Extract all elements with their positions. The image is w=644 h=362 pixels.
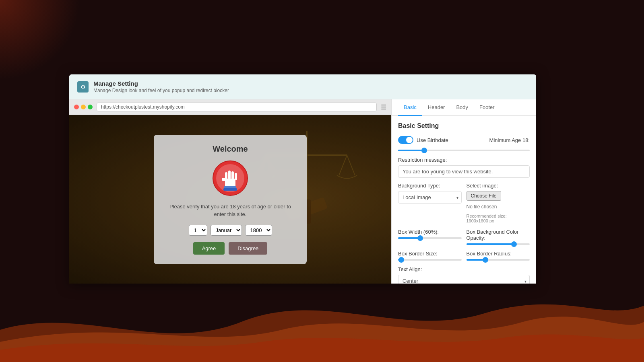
box-width-fill (398, 237, 420, 239)
svg-rect-13 (231, 171, 234, 179)
app-subtitle: Manage Design look and feel of you popup… (93, 88, 229, 93)
app-logo-icon: ⚙ (77, 81, 89, 93)
popup-month-select[interactable]: Januar (211, 225, 242, 236)
bg-type-image-row: Background Type: Local Image URL Color ▾… (398, 183, 530, 223)
minimum-age-slider-fill (398, 150, 424, 151)
tab-basic[interactable]: Basic (398, 99, 422, 116)
box-opacity-label: Box Background Color Opacity: (466, 229, 530, 241)
minimum-age-slider-row (398, 150, 530, 151)
text-align-select[interactable]: Left Center Right (398, 275, 530, 284)
box-border-size-col: Box Border Size: (398, 251, 462, 261)
popup-selects: 1 Januar 1800 (166, 225, 295, 236)
text-align-label: Text Align: (398, 266, 530, 272)
app-window: ⚙ Manage Setting Manage Design look and … (69, 74, 536, 284)
bg-top-left-glow (0, 0, 80, 80)
popup-box: Welcome (154, 135, 307, 264)
box-border-radius-thumb[interactable] (483, 257, 488, 263)
settings-section-title: Basic Setting (398, 122, 530, 130)
box-width-track (398, 237, 462, 239)
minimum-age-slider-thumb[interactable] (421, 148, 427, 153)
app-title: Manage Setting (93, 80, 229, 87)
background-type-col: Background Type: Local Image URL Color ▾ (398, 183, 462, 223)
background-type-label: Background Type: (398, 183, 462, 189)
app-header-text: Manage Setting Manage Design look and fe… (93, 80, 229, 93)
dot-yellow[interactable] (81, 105, 86, 109)
text-align-select-wrap: Left Center Right ▾ (398, 275, 530, 284)
box-width-label: Box Width (60%): (398, 229, 462, 235)
file-input-area: Choose File No file chosen Recommended s… (466, 191, 530, 223)
preview-panel: https://checkoutplustest.myshopify.com ☰ (69, 99, 391, 284)
box-opacity-fill (466, 243, 514, 245)
box-border-size-label: Box Border Size: (398, 251, 462, 257)
tab-footer[interactable]: Footer (474, 99, 500, 116)
box-opacity-track (466, 243, 530, 245)
recommended-size-text: Recommended size: 1600x1600 px (466, 214, 530, 223)
minimum-age-label: Minimum Age 18: (489, 137, 530, 143)
box-opacity-thumb[interactable] (511, 241, 517, 247)
box-width-thumb[interactable] (417, 235, 423, 241)
box-border-row: Box Border Size: Box Border Radius: (398, 251, 530, 261)
choose-file-button[interactable]: Choose File (466, 191, 501, 201)
svg-rect-12 (228, 171, 231, 179)
background-type-select[interactable]: Local Image URL Color (398, 191, 462, 204)
popup-hand-icon (212, 160, 248, 196)
background-type-select-wrap: Local Image URL Color ▾ (398, 191, 462, 204)
dot-red[interactable] (74, 105, 79, 109)
svg-rect-15 (222, 178, 226, 181)
svg-rect-14 (235, 173, 237, 180)
bottom-wave-decoration (0, 282, 644, 362)
popup-overlay: Welcome (69, 115, 391, 284)
box-width-opacity-row: Box Width (60%): Box Background Color Op… (398, 229, 530, 245)
popup-title: Welcome (166, 144, 295, 154)
select-image-col: Select image: Choose File No file chosen… (466, 183, 530, 223)
box-width-col: Box Width (60%): (398, 229, 462, 245)
tab-header[interactable]: Header (422, 99, 451, 116)
restriction-message-row: Restriction message: (398, 157, 530, 178)
no-file-chosen-text: No file chosen (466, 204, 497, 210)
box-opacity-col: Box Background Color Opacity: (466, 229, 530, 245)
popup-body-text: Please verify that you are 18 years of a… (166, 203, 295, 218)
text-align-row: Text Align: Left Center Right ▾ (398, 266, 530, 284)
settings-tabs: Basic Header Body Footer (392, 99, 536, 116)
box-border-radius-label: Box Border Radius: (466, 251, 530, 257)
box-border-radius-col: Box Border Radius: (466, 251, 530, 261)
restriction-message-input[interactable] (398, 165, 530, 178)
agree-button[interactable]: Agree (193, 242, 225, 255)
svg-rect-17 (223, 188, 237, 191)
box-border-radius-track (466, 259, 530, 261)
use-birthdate-label: Use Birthdate (417, 137, 448, 143)
settings-content: Basic Setting Use Birthdate Minimum Age … (392, 116, 536, 284)
minimum-age-slider-track (398, 150, 530, 151)
browser-dots (74, 105, 93, 109)
restriction-message-label: Restriction message: (398, 157, 530, 163)
dot-green[interactable] (88, 105, 93, 109)
popup-buttons: Agree Disagree (166, 242, 295, 255)
box-border-size-thumb[interactable] (398, 257, 404, 263)
app-content: https://checkoutplustest.myshopify.com ☰ (69, 99, 536, 284)
tab-body[interactable]: Body (450, 99, 474, 116)
popup-day-select[interactable]: 1 (189, 225, 207, 236)
browser-url-bar[interactable]: https://checkoutplustest.myshopify.com (97, 103, 377, 111)
preview-area: Welcome (69, 115, 391, 284)
hand-svg (212, 160, 248, 196)
box-border-size-track (398, 259, 462, 261)
use-birthdate-toggle[interactable] (398, 136, 413, 144)
browser-bar: https://checkoutplustest.myshopify.com ☰ (69, 99, 391, 115)
app-header: ⚙ Manage Setting Manage Design look and … (69, 74, 536, 99)
popup-year-select[interactable]: 1800 (245, 225, 272, 236)
birthdate-row: Use Birthdate Minimum Age 18: (398, 136, 530, 144)
settings-panel: Basic Header Body Footer Basic Setting U… (391, 99, 536, 284)
disagree-button[interactable]: Disagree (229, 242, 267, 255)
select-image-label: Select image: (466, 183, 530, 189)
browser-menu-icon[interactable]: ☰ (381, 103, 386, 111)
